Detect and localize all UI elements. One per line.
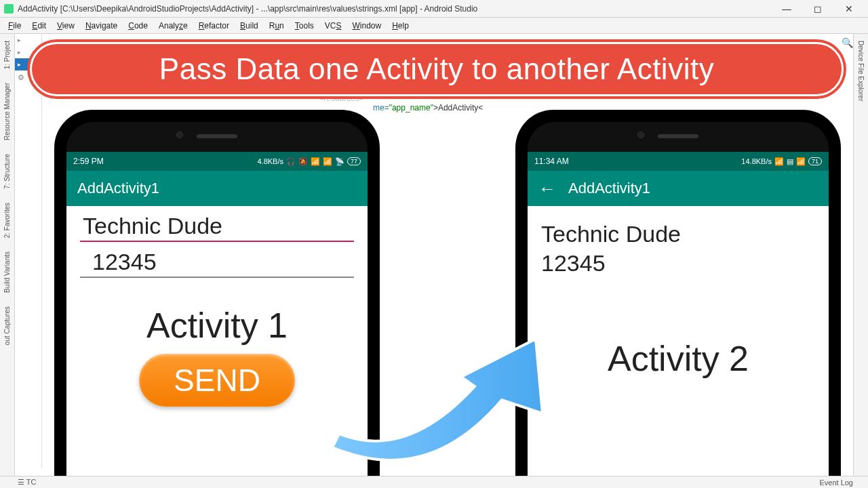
battery-icon: 71 <box>808 157 822 165</box>
main-menu-bar: File Edit View Navigate Code Analyze Ref… <box>0 18 868 34</box>
menu-build[interactable]: Build <box>235 19 264 33</box>
footer-tc[interactable]: ☰ TC <box>18 478 37 487</box>
status-netspeed: 4.8KB/s <box>257 157 283 165</box>
status-time: 11:34 AM <box>534 157 569 166</box>
activity2-label: Activity 2 <box>528 338 829 379</box>
maximize-button[interactable]: ◻ <box>803 1 833 17</box>
phone-speaker-icon <box>197 134 237 138</box>
send-button[interactable]: SEND <box>139 354 295 407</box>
menu-run[interactable]: Run <box>264 19 290 33</box>
search-icon[interactable]: 🔍 <box>841 37 853 49</box>
phone-speaker-icon <box>658 134 698 138</box>
menu-code[interactable]: Code <box>123 19 153 33</box>
app-toolbar: ← AddActivity1 <box>528 171 829 206</box>
tab-structure[interactable]: 7: Structure <box>2 147 12 196</box>
menu-window[interactable]: Window <box>347 19 387 33</box>
sim-icon: ▤ <box>787 157 793 166</box>
phone-camera-icon <box>637 131 644 138</box>
menu-refactor[interactable]: Refactor <box>193 19 235 33</box>
battery-icon: 77 <box>347 157 361 165</box>
code-text-content: >AddActivity< <box>433 103 483 113</box>
minimize-button[interactable]: — <box>772 1 802 17</box>
right-tool-rail: Device File Explorer <box>853 34 868 476</box>
phone-mockup-activity1: 2:59 PM 4.8KB/s 🎧 🔕 📶 📶 📡 77 AddActivity… <box>54 110 380 488</box>
menu-help[interactable]: Help <box>387 19 414 33</box>
menu-file[interactable]: File <box>3 19 26 33</box>
tab-layout-captures[interactable]: out Captures <box>2 300 12 352</box>
signal-icon-2: 📶 <box>796 157 806 166</box>
close-button[interactable]: ✕ <box>834 1 864 17</box>
code-attr-value: "app_name" <box>389 103 433 113</box>
android-studio-icon <box>4 4 14 14</box>
menu-vcs[interactable]: VCS <box>319 19 347 33</box>
tutorial-title-banner: Pass Data one Activity to another Activi… <box>30 42 844 96</box>
phone-camera-icon <box>176 131 183 138</box>
status-time: 2:59 PM <box>73 157 104 166</box>
input-name[interactable]: Technic Dude <box>80 209 354 242</box>
dnd-icon: 🔕 <box>298 157 308 166</box>
headphone-icon: 🎧 <box>286 157 296 166</box>
received-number: 12345 <box>541 249 815 278</box>
tab-resource-manager[interactable]: Resource Manager <box>2 76 12 147</box>
menu-analyze[interactable]: Analyze <box>153 19 193 33</box>
signal-icon-2: 📶 <box>323 157 332 166</box>
android-status-bar: 11:34 AM 14.8KB/s 📶 ▤ 📶 71 <box>528 152 829 171</box>
project-tree[interactable]: ▸ ▸ ▸ ⚙ <box>15 34 42 468</box>
window-title-bar: AddActivity [C:\Users\Deepika\AndroidStu… <box>0 0 868 18</box>
left-tool-rail: 1: Project Resource Manager 7: Structure… <box>0 34 15 476</box>
menu-navigate[interactable]: Navigate <box>80 19 123 33</box>
back-arrow-icon[interactable]: ← <box>538 178 556 199</box>
app-title: AddActivity1 <box>77 180 159 197</box>
activity1-label: Activity 1 <box>66 305 368 346</box>
app-toolbar: AddActivity1 <box>66 171 368 206</box>
tab-favorites[interactable]: 2: Favorites <box>2 196 12 245</box>
ide-status-bar: ☰ TC Event Log <box>0 476 868 488</box>
banner-text: Pass Data one Activity to another Activi… <box>159 52 714 86</box>
signal-icon: 📶 <box>774 157 784 166</box>
window-title: AddActivity [C:\Users\Deepika\AndroidStu… <box>18 4 477 14</box>
input-number[interactable]: 12345 <box>80 245 354 278</box>
tab-build-variants[interactable]: Build Variants <box>2 245 12 300</box>
tab-project[interactable]: 1: Project <box>2 34 12 76</box>
android-status-bar: 2:59 PM 4.8KB/s 🎧 🔕 📶 📶 📡 77 <box>66 152 368 171</box>
signal-icon: 📶 <box>311 157 320 166</box>
received-name: Technic Dude <box>541 220 815 249</box>
app-title: AddActivity1 <box>568 180 650 197</box>
tab-device-file-explorer[interactable]: Device File Explorer <box>856 34 866 108</box>
phone-mockup-activity2: 11:34 AM 14.8KB/s 📶 ▤ 📶 71 ← AddActivity… <box>515 110 841 488</box>
menu-view[interactable]: View <box>52 19 80 33</box>
menu-tools[interactable]: Tools <box>290 19 319 33</box>
wifi-icon: 📡 <box>335 157 344 166</box>
status-netspeed: 14.8KB/s <box>741 157 772 165</box>
menu-edit[interactable]: Edit <box>26 19 52 33</box>
footer-event-log[interactable]: Event Log <box>819 479 853 487</box>
